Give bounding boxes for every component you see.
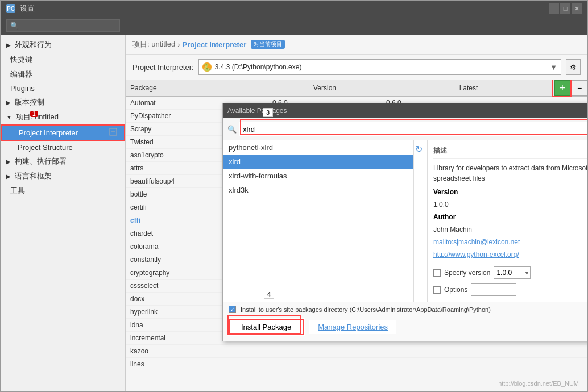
label3-badge: 3 <box>263 108 273 117</box>
app-icon: PC <box>6 4 15 13</box>
add-package-button[interactable]: + <box>554 80 570 96</box>
sidebar-item-label: 版本控制 <box>15 97 44 107</box>
refresh-button-area: ↻ <box>413 140 427 302</box>
sidebar-item-label: 工具 <box>10 186 25 196</box>
sidebar: ▶ 外观和行为 快捷键 编辑器 Plugins ▶ 版本控制 ▼ 项目: <box>1 35 126 391</box>
list-item[interactable]: xlrd <box>223 155 413 169</box>
python-icon: 🐍 <box>202 62 212 72</box>
package-list: pythonetl-xlrd xlrd xlrd-with-formulas <box>223 140 413 302</box>
sidebar-item-project[interactable]: ▼ 项目: untitled 1 <box>1 110 125 124</box>
search-icon: 🔍 <box>227 125 237 134</box>
interpreter-label: Project Interpreter: <box>132 63 194 72</box>
sidebar-item-plugins[interactable]: Plugins <box>1 82 125 95</box>
sidebar-item-build[interactable]: ▶ 构建、执行部署 <box>1 154 125 169</box>
available-packages-dialog: Available Packages ✕ 3 🔍 ✕ <box>222 103 587 341</box>
table-row: kazoo <box>126 345 587 358</box>
link-website[interactable]: http://www.python-excel.org/ <box>433 251 587 258</box>
minimize-button[interactable]: ─ <box>549 3 559 14</box>
settings-window: PC 设置 ─ □ ✕ ▶ 外观和行为 快捷键 编辑器 <box>0 0 588 392</box>
footer-buttons: Install Package Manage Repositories <box>229 316 587 337</box>
avail-title-bar: Available Packages ✕ <box>223 103 587 118</box>
sidebar-item-languages[interactable]: ▶ 语言和框架 <box>1 169 125 184</box>
author-label: Author <box>433 213 587 221</box>
package-description-panel: 描述 Library for developers to extract dat… <box>428 140 587 302</box>
sidebar-item-shortcuts[interactable]: 快捷键 <box>1 52 125 67</box>
interpreter-value: 3.4.3 (D:\Python\python.exe) <box>215 63 546 71</box>
sidebar-item-label: 外观和行为 <box>15 40 52 50</box>
link-email[interactable]: mailto:sjmachin@lexicon.net <box>433 238 587 246</box>
desc-text: Library for developers to extract data f… <box>433 163 587 184</box>
install-to-row: ✓ Install to user's site packages direct… <box>229 306 587 313</box>
label-1-badge: 1 <box>30 111 38 117</box>
options-checkbox[interactable] <box>433 286 441 294</box>
col-version: Version <box>268 82 382 94</box>
sidebar-item-editor[interactable]: 编辑器 <box>1 67 125 82</box>
pkg-name: kazoo <box>126 346 268 356</box>
install-to-checkbox[interactable]: ✓ <box>229 306 236 313</box>
close-button[interactable]: ✕ <box>572 3 582 14</box>
sidebar-item-label: 构建、执行部署 <box>15 156 67 166</box>
arrow-icon: ▶ <box>6 173 11 180</box>
options-input[interactable] <box>471 283 516 296</box>
pkg-name: lines <box>126 359 268 369</box>
version-dropdown-arrow[interactable]: ▼ <box>524 270 529 276</box>
package-list-panel: pythonetl-xlrd xlrd xlrd-with-formulas <box>223 140 428 302</box>
arrow-icon: ▶ <box>6 159 11 165</box>
sidebar-item-label: 语言和框架 <box>15 171 52 181</box>
table-action-buttons: 2 + − <box>554 80 587 96</box>
sidebar-item-vcs[interactable]: ▶ 版本控制 <box>1 95 125 110</box>
version-value: 1.0.0 <box>433 201 587 208</box>
sidebar-item-label: Plugins <box>10 84 35 93</box>
sidebar-item-appearance[interactable]: ▶ 外观和行为 <box>1 37 125 52</box>
sidebar-item-tools[interactable]: 工具 <box>1 184 125 198</box>
arrow-icon: ▼ <box>6 114 12 120</box>
list-item[interactable]: xlrd-with-formulas <box>223 169 413 183</box>
window-title: 设置 <box>20 3 35 14</box>
title-bar-left: PC 设置 <box>6 3 35 14</box>
breadcrumb-separator: › <box>177 40 180 49</box>
install-package-button[interactable]: Install Package <box>229 319 304 335</box>
dropdown-arrow-icon: ▼ <box>550 63 557 72</box>
main-content: ▶ 外观和行为 快捷键 编辑器 Plugins ▶ 版本控制 ▼ 项目: <box>1 35 587 391</box>
table-header: Package Version Latest <box>126 80 587 97</box>
specify-version-checkbox[interactable] <box>433 269 441 277</box>
install-to-text: Install to user's site packages director… <box>241 306 491 313</box>
refresh-icon[interactable]: ↻ <box>414 143 424 156</box>
options-label: Options <box>444 286 467 294</box>
arrow-icon: ▶ <box>6 42 11 48</box>
watermark: http://blog.csdn.net/EB_NUM <box>498 380 579 387</box>
sidebar-item-project-interpreter[interactable]: Project Interpreter <box>1 124 125 141</box>
specify-version-row: Specify version ▼ <box>433 266 587 279</box>
search-bar <box>1 16 587 35</box>
author-value: John Machin <box>433 226 587 233</box>
sidebar-item-label: Project Interpreter <box>19 128 78 137</box>
avail-body: pythonetl-xlrd xlrd xlrd-with-formulas <box>223 140 587 302</box>
breadcrumb-root: 项目: untitled <box>132 39 175 49</box>
package-search-input[interactable] <box>239 122 587 136</box>
window-controls: ─ □ ✕ <box>549 3 582 14</box>
interpreter-select[interactable]: 🐍 3.4.3 (D:\Python\python.exe) ▼ <box>198 59 561 75</box>
maximize-button[interactable]: □ <box>560 3 570 14</box>
list-item[interactable]: xlrd3k <box>223 183 413 197</box>
pkg-item-name: pythonetl-xlrd <box>229 143 273 152</box>
pkg-item-name: xlrd <box>229 157 241 166</box>
breadcrumb: 项目: untitled › Project Interpreter 对当前项目 <box>126 35 587 55</box>
pkg-item-name: xlrd3k <box>229 186 249 194</box>
avail-footer: 4 ✓ Install to user's site packages dire… <box>223 302 587 341</box>
breadcrumb-badge: 对当前项目 <box>251 40 285 49</box>
interpreter-gear-button[interactable]: ⚙ <box>566 59 581 75</box>
list-item[interactable]: pythonetl-xlrd <box>223 140 413 155</box>
global-search-input[interactable] <box>6 19 120 32</box>
avail-search-row: 3 🔍 ✕ <box>223 118 587 140</box>
manage-repositories-button[interactable]: Manage Repositories <box>309 320 396 334</box>
interpreter-row: Project Interpreter: 🐍 3.4.3 (D:\Python\… <box>126 55 587 80</box>
remove-package-button[interactable]: − <box>572 80 587 96</box>
options-row: Options <box>433 283 587 296</box>
desc-header: 描述 <box>433 146 587 159</box>
pkg-item-name: xlrd-with-formulas <box>229 172 287 180</box>
sidebar-item-label: Project Structure <box>18 143 73 152</box>
version-select-container: ▼ <box>494 266 531 279</box>
packages-area: Package Version Latest 2 + − <box>126 80 587 391</box>
sidebar-item-project-structure[interactable]: Project Structure <box>1 141 125 154</box>
col-package: Package <box>126 82 268 94</box>
